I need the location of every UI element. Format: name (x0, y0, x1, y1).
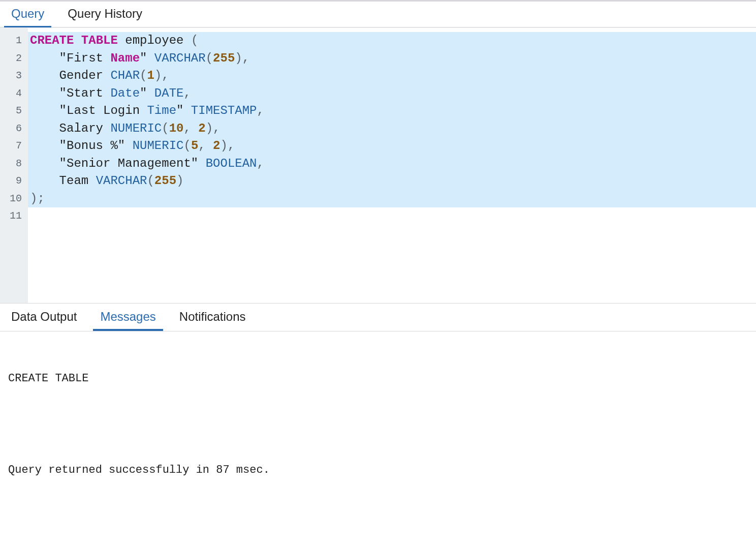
code-line[interactable]: "First Name" VARCHAR(255), (28, 50, 756, 68)
sql-editor[interactable]: 1234567891011 CREATE TABLE employee ( "F… (0, 27, 756, 303)
line-number: 4 (0, 85, 28, 103)
code-line[interactable]: "Bonus %" NUMERIC(5, 2), (28, 137, 756, 155)
sql-code-area[interactable]: CREATE TABLE employee ( "First Name" VAR… (28, 28, 756, 303)
code-line[interactable] (28, 207, 756, 225)
code-line[interactable]: CREATE TABLE employee ( (28, 32, 756, 50)
line-number: 2 (0, 50, 28, 68)
line-number: 6 (0, 120, 28, 138)
line-number-gutter: 1234567891011 (0, 28, 28, 303)
line-number: 3 (0, 67, 28, 85)
tab-query[interactable]: Query (4, 1, 51, 28)
query-tool-root: Query Query History 1234567891011 CREATE… (0, 0, 756, 545)
output-tab-bar: Data Output Messages Notifications (0, 303, 756, 331)
message-line: Query returned successfully in 87 msec. (8, 463, 748, 478)
code-line[interactable]: Salary NUMERIC(10, 2), (28, 120, 756, 138)
messages-panel: CREATE TABLE Query returned successfully… (0, 331, 756, 545)
line-number: 10 (0, 190, 28, 208)
tab-data-output[interactable]: Data Output (4, 304, 84, 331)
line-number: 5 (0, 102, 28, 120)
code-line[interactable]: ); (28, 190, 756, 208)
tab-notifications[interactable]: Notifications (172, 304, 253, 331)
message-line: CREATE TABLE (8, 371, 748, 386)
line-number: 9 (0, 172, 28, 190)
query-tab-bar: Query Query History (0, 0, 756, 27)
message-spacer (8, 417, 748, 432)
code-line[interactable]: "Start Date" DATE, (28, 85, 756, 103)
line-number: 7 (0, 137, 28, 155)
line-number: 11 (0, 207, 28, 225)
tab-messages[interactable]: Messages (93, 304, 163, 331)
code-line[interactable]: "Last Login Time" TIMESTAMP, (28, 102, 756, 120)
line-number: 8 (0, 155, 28, 173)
code-line[interactable]: "Senior Management" BOOLEAN, (28, 155, 756, 173)
code-line[interactable]: Gender CHAR(1), (28, 67, 756, 85)
tab-query-history[interactable]: Query History (60, 1, 149, 28)
line-number: 1 (0, 32, 28, 50)
code-line[interactable]: Team VARCHAR(255) (28, 172, 756, 190)
